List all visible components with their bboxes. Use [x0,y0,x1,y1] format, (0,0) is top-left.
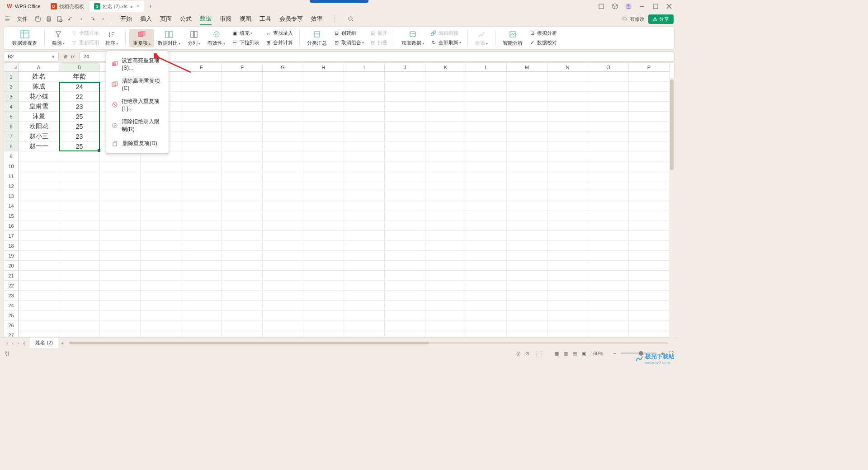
cell[interactable] [385,291,425,301]
cell[interactable] [222,141,263,151]
cell[interactable] [19,211,59,221]
cell[interactable] [59,191,100,201]
cell[interactable] [344,301,385,310]
cell[interactable] [547,271,588,281]
cell[interactable] [303,132,344,141]
cell[interactable] [507,281,547,291]
subtotal-button[interactable]: 分类汇总 [303,29,330,47]
row-header-7[interactable]: 7 [4,132,19,141]
row-header-1[interactable]: 1 [4,72,19,82]
cell[interactable] [629,151,670,161]
sheet-nav-first[interactable]: |‹ [5,340,9,346]
cell[interactable] [507,141,547,151]
scrollbar-thumb[interactable] [670,80,674,170]
cell[interactable] [385,102,425,112]
cell[interactable] [385,141,425,151]
cell[interactable] [425,291,466,301]
cell[interactable] [588,261,629,271]
cell[interactable] [507,191,547,201]
cell[interactable] [547,72,588,82]
cell[interactable] [547,92,588,102]
cell[interactable] [466,122,507,132]
cell[interactable] [344,261,385,271]
cell[interactable] [19,181,59,191]
menu-tab-view[interactable]: 视图 [240,13,251,25]
cell[interactable] [100,301,141,310]
cell[interactable] [466,141,507,151]
chevron-down-icon[interactable]: ▾ [52,54,55,60]
cell[interactable] [344,151,385,161]
cell[interactable] [222,102,263,112]
cell[interactable] [303,122,344,132]
show-all-button[interactable]: ▽全部显示 [68,29,102,38]
cell[interactable] [181,211,222,221]
cell[interactable] [588,320,629,330]
cell[interactable] [547,330,588,337]
redo-icon[interactable] [88,15,96,23]
cell[interactable] [425,171,466,181]
cell[interactable] [588,281,629,291]
cell[interactable] [181,291,222,301]
filter-button[interactable]: 筛选▾ [48,29,68,47]
cell[interactable] [385,261,425,271]
cell[interactable] [263,231,303,241]
menu-tab-data[interactable]: 数据 [200,13,212,25]
cell[interactable] [222,231,263,241]
cell[interactable] [344,141,385,151]
duplicates-button[interactable]: 重复项▴ [129,29,154,47]
cell[interactable] [222,291,263,301]
cell[interactable] [466,132,507,141]
cell[interactable] [547,301,588,310]
cell[interactable] [19,301,59,310]
cell[interactable] [100,181,141,191]
cell[interactable] [588,330,629,337]
record-icon[interactable]: ⊙ [525,351,529,357]
cell[interactable] [141,161,181,171]
cell[interactable] [425,102,466,112]
row-header-19[interactable]: 19 [4,251,19,261]
cell[interactable] [303,310,344,320]
view-page-icon[interactable]: ▥ [563,351,568,357]
cell[interactable] [303,320,344,330]
cell[interactable] [547,201,588,211]
print-preview-icon[interactable] [56,15,64,23]
cell[interactable] [181,151,222,161]
cell[interactable] [385,122,425,132]
cell[interactable]: 23 [59,132,100,141]
cell[interactable]: 23 [59,102,100,112]
cell[interactable] [588,241,629,251]
cell[interactable] [344,122,385,132]
cell[interactable] [181,301,222,310]
cell[interactable] [588,112,629,122]
select-all-corner[interactable] [4,63,19,72]
cell[interactable] [344,271,385,281]
cell[interactable] [588,251,629,261]
add-tab-button[interactable]: + [145,1,156,12]
row-header-4[interactable]: 4 [4,102,19,112]
cell[interactable] [181,122,222,132]
cell[interactable] [507,201,547,211]
cell[interactable] [344,251,385,261]
cell[interactable] [59,241,100,251]
cell[interactable] [303,241,344,251]
cell[interactable] [263,122,303,132]
cell[interactable] [303,261,344,271]
fx-icon[interactable]: fx [71,54,75,59]
cell[interactable]: 皇甫雪 [19,102,59,112]
cell[interactable] [222,132,263,141]
cell[interactable] [588,271,629,281]
cell[interactable] [59,291,100,301]
cell[interactable] [263,181,303,191]
cell[interactable] [547,122,588,132]
cell[interactable] [385,310,425,320]
row-header-18[interactable]: 18 [4,241,19,251]
cell[interactable] [547,320,588,330]
cell[interactable] [222,271,263,281]
cell[interactable] [19,151,59,161]
cell[interactable] [629,310,670,320]
cell[interactable] [425,161,466,171]
cell[interactable] [507,82,547,92]
cell[interactable]: 赵小三 [19,132,59,141]
cell[interactable] [303,181,344,191]
cell[interactable] [303,112,344,122]
